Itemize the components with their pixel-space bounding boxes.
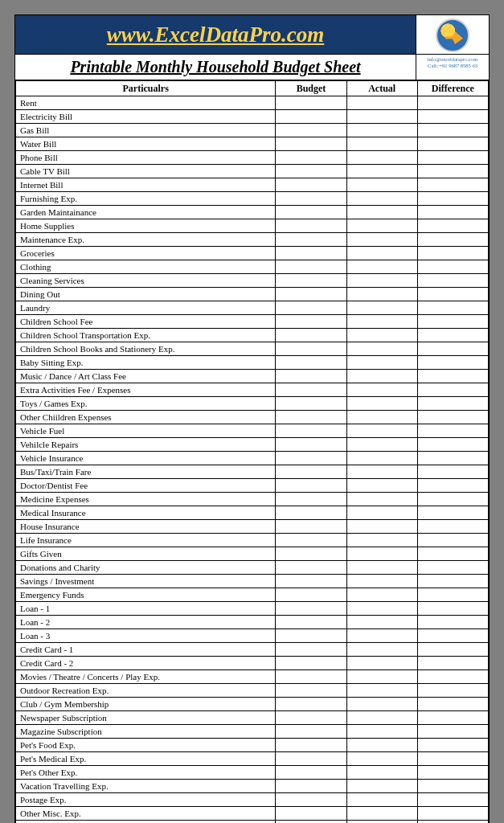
budget-cell[interactable] — [276, 506, 346, 520]
actual-cell[interactable] — [346, 766, 417, 780]
budget-cell[interactable] — [276, 219, 346, 233]
actual-cell[interactable] — [346, 629, 417, 643]
budget-cell[interactable] — [276, 766, 346, 780]
budget-cell[interactable] — [276, 739, 346, 752]
actual-cell[interactable] — [346, 616, 417, 629]
budget-cell[interactable] — [276, 192, 346, 206]
budget-cell[interactable] — [276, 96, 346, 110]
actual-cell[interactable] — [346, 411, 417, 424]
budget-cell[interactable] — [276, 479, 346, 493]
actual-cell[interactable] — [346, 96, 417, 110]
budget-cell[interactable] — [276, 438, 346, 452]
actual-cell[interactable] — [346, 315, 417, 329]
actual-cell[interactable] — [346, 274, 417, 288]
actual-cell[interactable] — [346, 370, 417, 383]
budget-cell[interactable] — [276, 288, 346, 301]
actual-cell[interactable] — [346, 465, 417, 479]
budget-cell[interactable] — [276, 575, 346, 588]
actual-cell[interactable] — [346, 575, 417, 588]
budget-cell[interactable] — [276, 411, 346, 424]
budget-cell[interactable] — [276, 274, 346, 288]
budget-cell[interactable] — [276, 588, 346, 602]
actual-cell[interactable] — [346, 520, 417, 534]
actual-cell[interactable] — [346, 329, 417, 342]
budget-cell[interactable] — [276, 370, 346, 383]
budget-cell[interactable] — [276, 247, 346, 260]
actual-cell[interactable] — [346, 356, 417, 370]
budget-cell[interactable] — [276, 465, 346, 479]
budget-cell[interactable] — [276, 342, 346, 356]
budget-cell[interactable] — [276, 356, 346, 370]
actual-cell[interactable] — [346, 247, 417, 260]
budget-cell[interactable] — [276, 711, 346, 725]
budget-cell[interactable] — [276, 534, 346, 547]
budget-cell[interactable] — [276, 124, 346, 137]
actual-cell[interactable] — [346, 165, 417, 178]
actual-cell[interactable] — [346, 342, 417, 356]
budget-cell[interactable] — [276, 137, 346, 151]
budget-cell[interactable] — [276, 629, 346, 643]
actual-cell[interactable] — [346, 192, 417, 206]
budget-cell[interactable] — [276, 178, 346, 192]
budget-cell[interactable] — [276, 233, 346, 247]
budget-cell[interactable] — [276, 520, 346, 534]
actual-cell[interactable] — [346, 301, 417, 315]
actual-cell[interactable] — [346, 643, 417, 657]
actual-cell[interactable] — [346, 752, 417, 766]
actual-cell[interactable] — [346, 151, 417, 165]
actual-cell[interactable] — [346, 493, 417, 506]
site-link[interactable]: www.ExcelDataPro.com — [107, 23, 325, 47]
actual-cell[interactable] — [346, 452, 417, 465]
actual-cell[interactable] — [346, 288, 417, 301]
actual-cell[interactable] — [346, 110, 417, 124]
budget-cell[interactable] — [276, 301, 346, 315]
budget-cell[interactable] — [276, 315, 346, 329]
budget-cell[interactable] — [276, 397, 346, 411]
budget-cell[interactable] — [276, 698, 346, 711]
actual-cell[interactable] — [346, 506, 417, 520]
actual-cell[interactable] — [346, 219, 417, 233]
actual-cell[interactable] — [346, 438, 417, 452]
budget-cell[interactable] — [276, 493, 346, 506]
budget-cell[interactable] — [276, 329, 346, 342]
actual-cell[interactable] — [346, 684, 417, 698]
actual-cell[interactable] — [346, 424, 417, 438]
budget-cell[interactable] — [276, 165, 346, 178]
budget-cell[interactable] — [276, 793, 346, 807]
budget-cell[interactable] — [276, 616, 346, 629]
actual-cell[interactable] — [346, 233, 417, 247]
budget-cell[interactable] — [276, 725, 346, 739]
budget-cell[interactable] — [276, 547, 346, 561]
budget-cell[interactable] — [276, 684, 346, 698]
budget-cell[interactable] — [276, 110, 346, 124]
budget-cell[interactable] — [276, 643, 346, 657]
actual-cell[interactable] — [346, 547, 417, 561]
budget-cell[interactable] — [276, 670, 346, 684]
actual-cell[interactable] — [346, 711, 417, 725]
budget-cell[interactable] — [276, 206, 346, 219]
actual-cell[interactable] — [346, 739, 417, 752]
budget-cell[interactable] — [276, 807, 346, 821]
actual-cell[interactable] — [346, 780, 417, 793]
actual-cell[interactable] — [346, 670, 417, 684]
budget-cell[interactable] — [276, 780, 346, 793]
budget-cell[interactable] — [276, 752, 346, 766]
actual-cell[interactable] — [346, 588, 417, 602]
actual-cell[interactable] — [346, 397, 417, 411]
actual-cell[interactable] — [346, 206, 417, 219]
budget-cell[interactable] — [276, 383, 346, 397]
actual-cell[interactable] — [346, 725, 417, 739]
budget-cell[interactable] — [276, 602, 346, 616]
actual-cell[interactable] — [346, 260, 417, 274]
actual-cell[interactable] — [346, 383, 417, 397]
actual-cell[interactable] — [346, 793, 417, 807]
actual-cell[interactable] — [346, 137, 417, 151]
budget-cell[interactable] — [276, 561, 346, 575]
actual-cell[interactable] — [346, 479, 417, 493]
budget-cell[interactable] — [276, 260, 346, 274]
actual-cell[interactable] — [346, 561, 417, 575]
budget-cell[interactable] — [276, 424, 346, 438]
actual-cell[interactable] — [346, 124, 417, 137]
actual-cell[interactable] — [346, 602, 417, 616]
actual-cell[interactable] — [346, 534, 417, 547]
